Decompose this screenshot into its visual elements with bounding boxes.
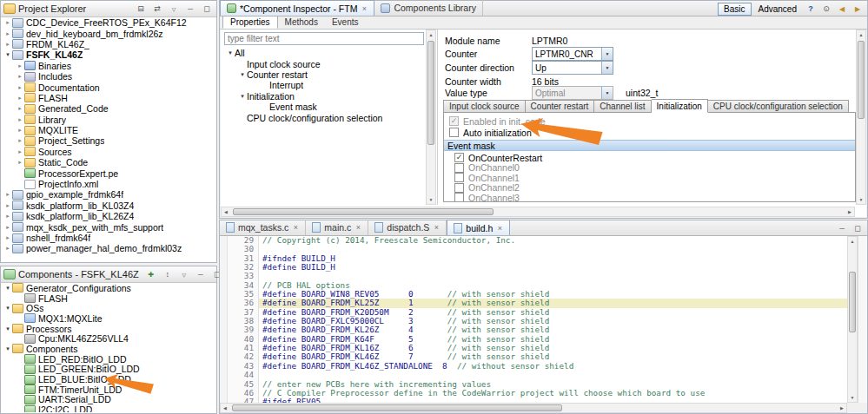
scroll-left-icon[interactable]: ◀ <box>222 207 230 216</box>
project-item[interactable]: gpio_example_frdmk64f <box>2 189 215 200</box>
collapse-icon[interactable] <box>3 285 12 292</box>
tab-events[interactable]: Events <box>325 16 366 29</box>
component-category[interactable]: OSs <box>2 303 215 313</box>
expand-icon[interactable] <box>16 137 24 144</box>
inspector-hscrollbar[interactable]: ◀ ▶ <box>221 207 855 217</box>
onchannel1-checkbox[interactable] <box>454 173 464 182</box>
expand-icon[interactable] <box>16 116 24 123</box>
collapse-all-icon[interactable] <box>134 3 148 15</box>
project-item[interactable]: Generated_Code <box>2 103 215 114</box>
project-item[interactable]: Library <box>2 115 215 125</box>
project-item[interactable]: ksdk_platform_lib_KL26Z4 <box>2 211 215 221</box>
advanced-view-button[interactable]: Advanced <box>753 3 802 16</box>
tree-item-event-mask[interactable]: Event mask <box>224 102 424 112</box>
settings-scrollbar[interactable]: ▲ ▼ <box>856 30 866 205</box>
add-component-icon[interactable] <box>144 268 158 280</box>
component-category[interactable]: Processors <box>2 324 215 334</box>
project-item[interactable]: FRDM_KL46Z_ <box>2 39 215 49</box>
tree-item-all[interactable]: All <box>224 48 424 58</box>
project-item[interactable]: Project_Settings <box>2 135 215 146</box>
tree-item-initialization[interactable]: Initialization <box>224 91 424 102</box>
filter-input[interactable] <box>224 32 424 45</box>
close-icon[interactable] <box>354 223 361 232</box>
editor-hscrollbar[interactable]: ◀ ▶ <box>220 403 847 413</box>
tab-counter-restart[interactable]: Counter restart <box>526 100 595 113</box>
project-item[interactable]: FSFK_KL46Z <box>2 49 215 60</box>
chevron-down-icon[interactable] <box>601 62 613 74</box>
expand-icon[interactable] <box>16 84 24 91</box>
project-item[interactable]: ProcessorExpert.pe <box>2 168 215 178</box>
link-with-editor-icon[interactable] <box>150 3 164 15</box>
scrollbar-thumb[interactable] <box>427 41 434 145</box>
expand-icon[interactable] <box>3 41 12 48</box>
tree-item-input-clock[interactable]: Input clock source <box>224 58 424 69</box>
scroll-up-icon[interactable]: ▲ <box>427 30 435 39</box>
expand-icon[interactable] <box>16 62 24 69</box>
collapse-icon[interactable] <box>3 305 12 312</box>
scroll-up-icon[interactable]: ▲ <box>848 237 857 246</box>
expand-icon[interactable] <box>16 73 24 80</box>
auto-initialization-checkbox[interactable] <box>449 128 459 137</box>
scroll-down-icon[interactable]: ▼ <box>848 393 857 402</box>
counter-direction-dropdown[interactable]: Up <box>532 61 613 75</box>
enabled-in-init-checkbox[interactable] <box>449 116 459 126</box>
code-editor[interactable]: 29// Copyright (c) 2014, Freescale Semic… <box>220 236 847 403</box>
sort-icon[interactable] <box>161 268 175 280</box>
tab-properties[interactable]: Properties <box>222 16 278 29</box>
close-icon[interactable] <box>433 223 440 232</box>
collapse-icon[interactable] <box>238 93 247 100</box>
component-category[interactable]: Components <box>2 344 215 354</box>
forward-icon[interactable] <box>851 3 865 15</box>
expand-icon[interactable] <box>16 127 24 134</box>
expand-icon[interactable] <box>3 191 12 198</box>
project-item[interactable]: Sources <box>2 147 215 157</box>
project-item[interactable]: dev_hid_keyboard_bm_frdmkl26z <box>2 28 215 38</box>
scrollbar-thumb[interactable] <box>233 208 494 215</box>
project-item[interactable]: Documentation <box>2 82 215 92</box>
onchannel3-checkbox[interactable] <box>454 193 464 202</box>
project-item[interactable]: nshell_frdmk64f <box>2 233 215 243</box>
tab-input-clock-source[interactable]: Input clock source <box>443 100 526 113</box>
collapse-icon[interactable] <box>226 49 235 56</box>
expand-icon[interactable] <box>3 19 12 26</box>
close-icon[interactable] <box>292 223 299 232</box>
expand-icon[interactable] <box>3 30 12 37</box>
onchannel0-checkbox[interactable] <box>454 163 464 173</box>
close-icon[interactable] <box>496 224 503 233</box>
tab-channel-list[interactable]: Channel list <box>594 100 651 113</box>
editor-vscrollbar[interactable]: ▲ ▼ <box>847 236 858 403</box>
scrollbar-thumb[interactable] <box>858 41 865 119</box>
project-item[interactable]: power_manager_hal_demo_frdmkl03z <box>2 243 215 253</box>
project-item[interactable]: mqx_ksdk_pex_with_mfs_support <box>2 221 215 232</box>
minimize-icon[interactable] <box>194 268 208 280</box>
expand-icon[interactable] <box>16 148 24 155</box>
view-menu-icon[interactable] <box>177 268 191 280</box>
project-item[interactable]: ProjectInfo.xml <box>2 179 215 189</box>
expand-icon[interactable] <box>3 234 12 241</box>
project-item[interactable]: FLASH <box>2 93 215 103</box>
scrollbar-thumb[interactable] <box>849 272 856 332</box>
pin-icon[interactable] <box>819 3 833 15</box>
tab-methods[interactable]: Methods <box>278 16 325 29</box>
basic-view-button[interactable]: Basic <box>718 3 751 16</box>
scroll-right-icon[interactable]: ▶ <box>845 207 854 216</box>
project-item[interactable]: CDC_Device_FreeRTOS_PEx_K64F12 <box>2 17 215 28</box>
event-mask-header[interactable]: Event mask <box>444 140 855 151</box>
tree-scrollbar[interactable]: ▲ ▼ <box>426 30 436 205</box>
close-icon[interactable] <box>361 4 368 13</box>
scroll-left-icon[interactable]: ◀ <box>221 404 229 412</box>
expand-icon[interactable] <box>16 95 24 102</box>
help-icon[interactable] <box>804 3 818 15</box>
tab-main[interactable]: main.c <box>306 220 368 235</box>
expand-icon[interactable] <box>16 159 24 166</box>
component-item[interactable]: UART:Serial_LDD <box>2 395 215 405</box>
tab-mqx-tasks[interactable]: mqx_tasks.c <box>220 220 306 235</box>
project-item[interactable]: ksdk_platform_lib_KL03Z4 <box>2 200 215 211</box>
expand-icon[interactable] <box>3 213 12 220</box>
component-item[interactable]: MQX1:MQXLite <box>2 313 215 324</box>
component-item[interactable]: I2C:I2C_LDD <box>2 404 215 412</box>
tab-component-inspector[interactable]: *Component Inspector - FTM <box>220 0 374 16</box>
project-item[interactable]: Static_Code <box>2 157 215 168</box>
value-type-dropdown[interactable]: Optimal <box>532 86 613 100</box>
back-icon[interactable] <box>835 3 849 15</box>
